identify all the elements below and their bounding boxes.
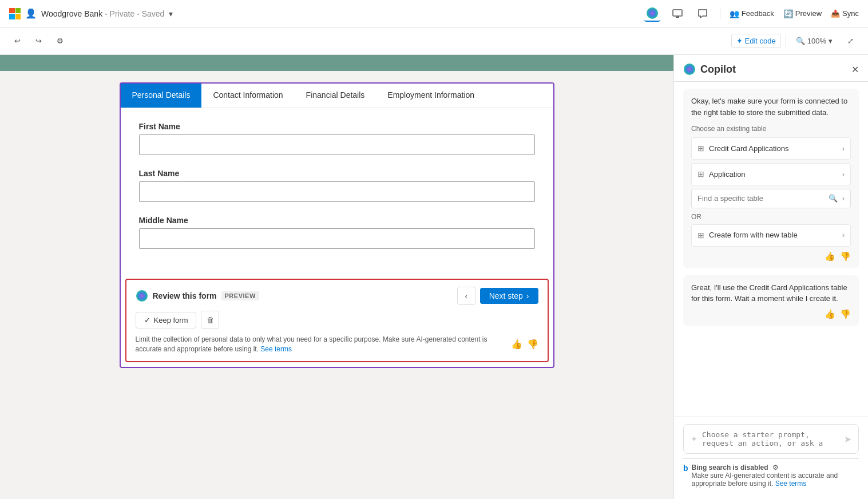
table-option-credit-card[interactable]: ⊞ Credit Card Applications › (691, 137, 851, 160)
next-arrow-icon: › (526, 291, 529, 300)
arrow-right-icon-2: › (842, 169, 845, 180)
undo-icon: ↩ (14, 37, 21, 45)
form-body: First Name Last Name Middle Name (121, 108, 553, 276)
undo-button[interactable]: ↩ (9, 34, 26, 48)
arrow-right-icon-4: › (842, 229, 845, 241)
canvas-header-bar (0, 55, 673, 71)
delete-form-button[interactable]: 🗑 (201, 311, 219, 329)
middle-name-field: Middle Name (139, 216, 535, 249)
connection-icon: ⚙ (57, 37, 64, 45)
table-search-input[interactable] (697, 194, 824, 203)
last-name-field: Last Name (139, 169, 535, 202)
last-name-label: Last Name (139, 169, 535, 178)
chevron-zoom-icon: ▾ (829, 37, 833, 45)
bing-icon: b (683, 464, 688, 473)
svg-point-0 (647, 7, 658, 19)
preview-icon: 🔄 (783, 9, 793, 18)
edit-code-button[interactable]: ✦ Edit code (731, 34, 781, 48)
table-search-box[interactable]: 🔍 › (691, 189, 851, 208)
sparkle-icon: ✦ (691, 434, 697, 443)
middle-name-input[interactable] (139, 228, 535, 249)
bubble2-thumbs-up[interactable]: 👍 (825, 309, 835, 319)
keep-form-button[interactable]: ✓ Keep form (136, 312, 197, 328)
zoom-button[interactable]: 🔍 100% ▾ (791, 34, 838, 48)
check-icon: ✓ (144, 316, 150, 324)
chat-input[interactable] (702, 430, 839, 447)
chevron-down-icon[interactable]: ▾ (169, 9, 173, 18)
ms-logo-icon (9, 8, 21, 19)
chat-input-wrap: ✦ ➤ (683, 424, 859, 454)
copilot-icon[interactable] (644, 6, 660, 22)
choose-table-label: Choose an existing table (691, 124, 851, 134)
preview-button[interactable]: 🔄 Preview (783, 9, 822, 18)
copilot-footer: ✦ ➤ b Bing search is disabled ⚙ Make sur… (674, 417, 868, 499)
bing-see-terms-link[interactable]: See terms (775, 480, 807, 488)
review-bar: Review this form PREVIEW ‹ Next step › (125, 279, 549, 362)
copilot-title: Copilot (683, 63, 736, 76)
bubble1-footer: 👍 👎 (691, 251, 851, 262)
canvas-inner: Personal Details Contact Information Fin… (0, 71, 673, 391)
chat-icon[interactable] (695, 6, 711, 22)
bubble1-thumbs-up[interactable]: 👍 (825, 251, 835, 262)
see-terms-link[interactable]: See terms (260, 345, 292, 353)
or-label: OR (691, 212, 851, 222)
last-name-input[interactable] (139, 181, 535, 202)
arrow-right-icon: › (842, 143, 845, 155)
redo-button[interactable]: ↪ (30, 34, 47, 48)
bubble2-footer: 👍 👎 (691, 309, 851, 319)
canvas: Personal Details Contact Information Fin… (0, 55, 673, 499)
search-icon: 🔍 (829, 193, 838, 204)
middle-name-label: Middle Name (139, 216, 535, 225)
device-icon[interactable] (669, 6, 685, 22)
first-name-input[interactable] (139, 134, 535, 155)
next-step-button[interactable]: Next step › (480, 288, 538, 304)
copilot-header-icon (683, 63, 696, 76)
table-grid-icon: ⊞ (697, 142, 704, 155)
sync-button[interactable]: 📤 Sync (831, 9, 859, 18)
tab-contact-information[interactable]: Contact Information (201, 84, 294, 108)
review-actions-row: ✓ Keep form 🗑 (136, 311, 538, 329)
preview-badge: PREVIEW (221, 291, 259, 300)
table-option-application[interactable]: ⊞ Application › (691, 163, 851, 185)
topbar-right: 👥 Feedback 🔄 Preview 📤 Sync (644, 6, 859, 22)
thumbs-down-button[interactable]: 👎 (527, 339, 538, 350)
svg-rect-1 (673, 10, 682, 16)
copilot-panel: Copilot ✕ Okay, let's make sure your for… (673, 55, 868, 499)
copilot-message-2: Great, I'll use the Credit Card Applicat… (683, 275, 859, 326)
tab-employment-information[interactable]: Employment Information (376, 84, 486, 108)
first-name-label: First Name (139, 122, 535, 131)
arrow-right-icon-3: › (842, 193, 845, 204)
fullscreen-button[interactable]: ⤢ (842, 34, 859, 48)
review-bar-header: Review this form PREVIEW ‹ Next step › (136, 287, 538, 305)
connection-button[interactable]: ⚙ (51, 34, 69, 48)
review-bar-actions: ‹ Next step › (457, 287, 538, 305)
review-footer: Limit the collection of personal data to… (136, 335, 538, 354)
redo-icon: ↪ (35, 37, 42, 45)
tab-personal-details[interactable]: Personal Details (121, 84, 202, 108)
code-icon: ✦ (736, 37, 743, 45)
first-name-field: First Name (139, 122, 535, 155)
prev-button[interactable]: ‹ (457, 287, 475, 305)
bubble1-thumbs-down[interactable]: 👎 (840, 251, 851, 262)
tab-financial-details[interactable]: Financial Details (295, 84, 376, 108)
chat-send-button[interactable]: ➤ (844, 434, 851, 445)
svg-rect-2 (676, 17, 679, 18)
form-container: Personal Details Contact Information Fin… (120, 82, 554, 368)
form-tabs: Personal Details Contact Information Fin… (121, 84, 553, 108)
bing-notice: b Bing search is disabled ⚙ Make sure AI… (683, 458, 859, 492)
toolbar: ↩ ↪ ⚙ ✦ Edit code 🔍 100% ▾ ⤢ (0, 27, 868, 55)
bing-settings-icon[interactable]: ⚙ (772, 464, 779, 472)
create-new-table-option[interactable]: ⊞ Create form with new table › (691, 224, 851, 247)
bubble2-thumbs-down[interactable]: 👎 (840, 309, 851, 319)
user-icon: 👤 (25, 8, 37, 19)
topbar-title: Woodgrove Bank - Private - Saved (41, 9, 164, 18)
copilot-header: Copilot ✕ (674, 55, 868, 82)
expand-icon: ⤢ (847, 37, 854, 45)
trash-icon: 🗑 (207, 316, 214, 324)
copilot-close-button[interactable]: ✕ (851, 64, 859, 75)
topbar: 👤 Woodgrove Bank - Private - Saved ▾ (0, 0, 868, 27)
thumbs-up-button[interactable]: 👍 (511, 339, 522, 350)
copilot-body: Okay, let's make sure your form is conne… (674, 82, 868, 417)
feedback-button[interactable]: 👥 Feedback (730, 9, 774, 18)
sync-icon: 📤 (831, 9, 840, 18)
